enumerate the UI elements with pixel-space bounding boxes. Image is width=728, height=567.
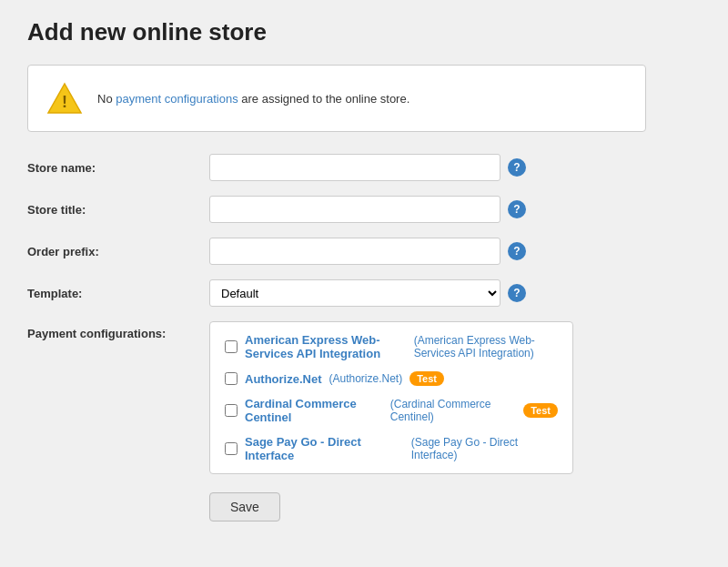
store-title-input[interactable] <box>209 196 500 223</box>
store-title-label: Store title: <box>27 203 209 217</box>
payment-configurations-row: Payment configurations: American Express… <box>27 321 646 474</box>
payment-name: Cardinal Commerce Centinel <box>245 397 383 424</box>
payment-desc: (Sage Pay Go - Direct Interface) <box>411 436 558 461</box>
payment-item: Sage Pay Go - Direct Interface (Sage Pay… <box>225 435 558 462</box>
test-badge: Test <box>523 403 558 418</box>
template-select[interactable]: Default <box>209 279 500 307</box>
store-name-wrap: ? <box>209 154 646 181</box>
payment-checkbox-authorizenet[interactable] <box>225 372 238 385</box>
payment-list: American Express Web-Services API Integr… <box>209 321 573 474</box>
order-prefix-row: Order prefix: ? <box>27 238 646 265</box>
store-title-help-icon[interactable]: ? <box>508 200 526 218</box>
page-title: Add new online store <box>27 18 701 46</box>
payment-item: Cardinal Commerce Centinel (Cardinal Com… <box>225 397 558 424</box>
payment-desc: (Cardinal Commerce Centinel) <box>390 398 516 423</box>
template-wrap: Default ? <box>209 279 646 307</box>
payment-desc: (Authorize.Net) <box>329 372 403 385</box>
template-help-icon[interactable]: ? <box>508 284 526 302</box>
payment-name: American Express Web-Services API Integr… <box>245 333 407 360</box>
store-title-wrap: ? <box>209 196 646 223</box>
order-prefix-label: Order prefix: <box>27 245 209 258</box>
payment-item: Authorize.Net (Authorize.Net)Test <box>225 371 558 386</box>
store-name-label: Store name: <box>27 161 209 175</box>
order-prefix-wrap: ? <box>209 238 646 265</box>
template-row: Template: Default ? <box>27 279 646 307</box>
payment-desc: (American Express Web-Services API Integ… <box>414 334 558 359</box>
svg-text:!: ! <box>62 93 67 111</box>
store-name-row: Store name: ? <box>27 154 646 181</box>
payment-checkbox-amex[interactable] <box>225 340 238 353</box>
template-label: Template: <box>27 287 209 300</box>
payment-checkbox-cardinal[interactable] <box>225 404 238 417</box>
warning-icon: ! <box>46 80 83 116</box>
payment-name: Authorize.Net <box>245 372 322 386</box>
store-name-input[interactable] <box>209 154 500 181</box>
order-prefix-input[interactable] <box>209 238 500 265</box>
store-title-row: Store title: ? <box>27 196 646 223</box>
alert-box: ! No payment configurations are assigned… <box>27 65 646 132</box>
payment-configurations-label: Payment configurations: <box>27 321 209 340</box>
payment-name: Sage Pay Go - Direct Interface <box>245 435 404 462</box>
payment-item: American Express Web-Services API Integr… <box>225 333 558 360</box>
store-name-help-icon[interactable]: ? <box>508 158 526 177</box>
save-button[interactable]: Save <box>209 492 280 521</box>
payment-checkbox-sagepay[interactable] <box>225 442 238 455</box>
form-section: Store name: ? Store title: ? Order prefi… <box>27 154 646 521</box>
order-prefix-help-icon[interactable]: ? <box>508 242 526 260</box>
payment-configurations-link[interactable]: payment configurations <box>116 92 238 106</box>
test-badge: Test <box>410 371 444 386</box>
alert-text: No payment configurations are assigned t… <box>97 92 410 106</box>
